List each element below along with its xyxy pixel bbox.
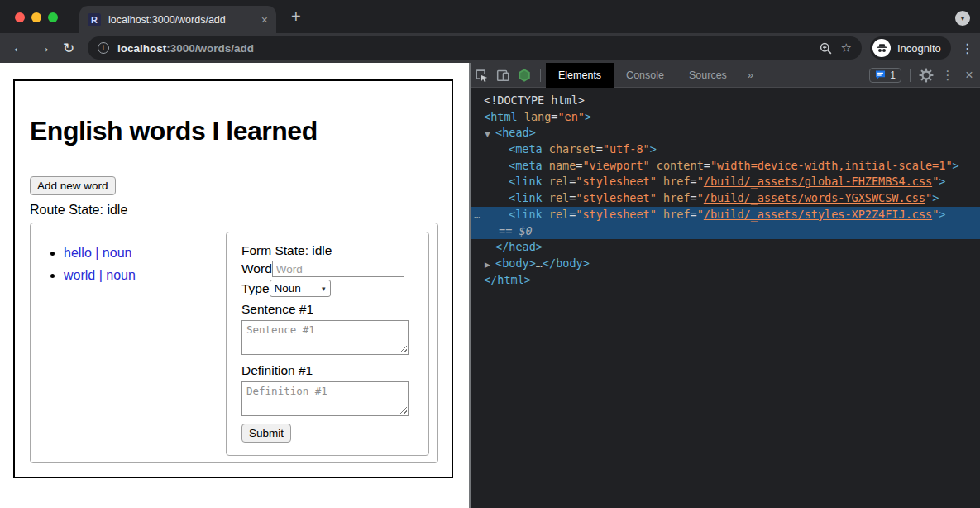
new-tab-button[interactable]: + <box>291 7 301 26</box>
code-token <box>543 175 549 188</box>
back-button[interactable]: ← <box>7 40 31 56</box>
code-token: " <box>925 191 932 204</box>
code-token: > <box>953 159 959 172</box>
code-token: = <box>691 191 697 204</box>
code-token: href <box>663 191 691 204</box>
code-token: = <box>691 208 697 221</box>
code-token: <!DOCTYPE html> <box>484 93 585 107</box>
devtools-dom-tree: <!DOCTYPE html><html lang="en">▼<head><m… <box>471 88 980 288</box>
remix-favicon-icon: R <box>88 13 101 26</box>
issues-count: 1 <box>890 69 896 81</box>
devtools-dom-row[interactable]: == $0 <box>471 223 980 240</box>
tab-console[interactable]: Console <box>614 63 676 88</box>
tab-sources[interactable]: Sources <box>676 63 739 88</box>
words-container: hello | nounworld | noun Form State: idl… <box>30 223 438 463</box>
code-token: </html> <box>484 273 531 286</box>
code-token: </head> <box>495 240 543 253</box>
devtools-dom-row[interactable]: </head> <box>471 239 980 256</box>
devtools-dom-row[interactable]: <!DOCTYPE html> <box>471 93 980 109</box>
tab-close-icon[interactable]: × <box>261 14 268 26</box>
type-select-value: Noun <box>275 282 301 295</box>
devtools-dom-row[interactable]: <link rel="stylesheet" href="/build/_ass… <box>471 190 980 207</box>
definition-textarea[interactable] <box>241 381 409 416</box>
devtools-dom-row[interactable]: <html lang="en"> <box>471 109 980 126</box>
reload-button[interactable]: ↻ <box>56 40 81 57</box>
devtools-menu-icon[interactable]: ⋮ <box>937 63 958 88</box>
incognito-label: Incognito <box>897 42 941 55</box>
code-token <box>657 175 663 188</box>
stylesheet-link[interactable]: /build/_assets/styles-XP2Z4FIJ.css <box>704 208 932 221</box>
bookmark-star-icon[interactable]: ☆ <box>841 41 852 55</box>
devtools-dom-row[interactable]: ▼<head> <box>471 125 980 141</box>
type-select[interactable]: Noun ▾ <box>270 280 331 297</box>
devtools-dom-row[interactable]: <link rel="stylesheet" href="/build/_ass… <box>471 174 980 190</box>
code-token: href <box>663 175 691 188</box>
code-token: <link <box>509 208 543 221</box>
web-page: English words I learned Add new word Rou… <box>0 63 469 508</box>
sentence-textarea[interactable] <box>241 320 409 355</box>
code-token: rel <box>549 191 569 204</box>
devtools-close-icon[interactable]: × <box>958 63 980 88</box>
code-token <box>657 191 663 204</box>
issues-bubble-icon <box>875 70 886 80</box>
devtools-dom-row[interactable]: <meta charset="utf-8"> <box>471 141 980 158</box>
code-token: "stylesheet" <box>576 191 657 204</box>
code-token: rel <box>549 175 569 188</box>
code-token: <link <box>509 175 543 188</box>
code-token: = <box>596 142 603 156</box>
code-token: content <box>657 159 704 172</box>
tab-elements[interactable]: Elements <box>546 63 614 88</box>
browser-toolbar: ← → ↻ i localhost:3000/words/add ☆ Incog… <box>0 33 980 63</box>
word-input[interactable] <box>272 261 404 277</box>
inspect-element-icon[interactable] <box>471 63 492 88</box>
code-token: > <box>939 208 945 221</box>
devtools-dom-row[interactable]: …<link rel="stylesheet" href="/build/_as… <box>471 207 980 223</box>
devtools-dom-row[interactable]: </html> <box>471 272 980 289</box>
devtools-dom-row[interactable]: <meta name="viewport" content="width=dev… <box>471 158 980 175</box>
code-token: > <box>932 191 939 204</box>
select-chevron-icon: ▾ <box>322 285 326 293</box>
code-token: "stylesheet" <box>576 175 657 188</box>
site-info-icon[interactable]: i <box>98 42 109 54</box>
definition-label: Definition #1 <box>241 363 414 378</box>
address-bar[interactable]: i localhost:3000/words/add ☆ <box>88 36 862 60</box>
browser-menu-icon[interactable]: ⋮ <box>959 41 976 56</box>
device-toolbar-icon[interactable] <box>492 63 514 88</box>
window-close-button[interactable] <box>15 12 25 22</box>
forward-button[interactable]: → <box>31 40 56 56</box>
devtools-dom-row[interactable]: ▶<body>…</body> <box>471 256 980 272</box>
code-token <box>657 208 663 221</box>
code-token <box>543 142 549 156</box>
code-token: rel <box>549 208 569 221</box>
code-token: > <box>939 175 945 188</box>
stylesheet-link[interactable]: /build/_assets/words-YGXSWCSW.css <box>704 191 925 204</box>
submit-button[interactable]: Submit <box>241 424 291 443</box>
window-zoom-button[interactable] <box>48 12 58 22</box>
code-token <box>518 110 524 123</box>
browser-tab[interactable]: R localhost:3000/words/add × <box>79 6 276 33</box>
sentence-label: Sentence #1 <box>241 302 414 317</box>
tab-search-button[interactable]: ▾ <box>955 11 970 26</box>
devtools-toolbar: Elements Console Sources » 1 <box>471 63 980 88</box>
code-token: lang <box>524 110 552 123</box>
zoom-icon[interactable] <box>819 41 833 55</box>
page-title: English words I learned <box>30 116 438 146</box>
stylesheet-link[interactable]: /build/_assets/global-FHZEMBS4.css <box>704 175 932 188</box>
settings-gear-icon[interactable] <box>915 63 937 88</box>
url-text: localhost:3000/words/add <box>117 42 254 55</box>
code-token: "width=device-width,initial-scale=1" <box>710 159 953 172</box>
issues-counter[interactable]: 1 <box>869 68 901 83</box>
add-new-word-button[interactable]: Add new word <box>30 176 116 195</box>
code-token: = <box>704 159 710 172</box>
word-link[interactable]: world | noun <box>64 268 136 282</box>
word-link[interactable]: hello | noun <box>64 246 131 260</box>
extension-hexagon-icon[interactable] <box>514 63 535 88</box>
code-token: <body> <box>495 256 536 270</box>
incognito-badge: Incognito <box>870 36 951 60</box>
more-tabs-icon[interactable]: » <box>748 69 753 81</box>
code-token: "utf-8" <box>603 142 650 156</box>
code-token: <meta <box>509 159 543 172</box>
row-actions-ellipsis-icon[interactable]: … <box>474 207 481 223</box>
url-path: :3000/words/add <box>166 42 254 55</box>
window-minimize-button[interactable] <box>31 12 41 22</box>
